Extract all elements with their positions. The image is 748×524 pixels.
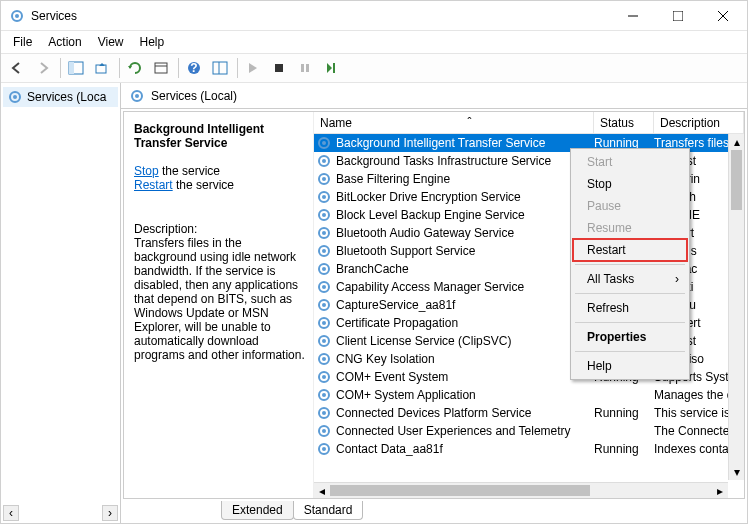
service-name: Client License Service (ClipSVC) xyxy=(336,334,511,348)
ctx-resume[interactable]: Resume xyxy=(573,217,687,239)
svg-point-58 xyxy=(322,447,326,451)
hscroll-right-icon[interactable]: ▸ xyxy=(712,483,728,498)
menu-action[interactable]: Action xyxy=(40,33,89,51)
service-gear-icon xyxy=(316,441,332,457)
svg-point-36 xyxy=(322,249,326,253)
show-hide-tree-button[interactable] xyxy=(64,56,88,80)
service-name: Base Filtering Engine xyxy=(336,172,450,186)
forward-button[interactable] xyxy=(31,56,55,80)
services-app-icon xyxy=(9,8,25,24)
service-name: Block Level Backup Engine Service xyxy=(336,208,525,222)
ctx-all-tasks[interactable]: All Tasks xyxy=(573,268,687,290)
service-row[interactable]: COM+ System ApplicationManages the co xyxy=(314,386,744,404)
ctx-help[interactable]: Help xyxy=(573,355,687,377)
ctx-start[interactable]: Start xyxy=(573,151,687,173)
service-gear-icon xyxy=(316,171,332,187)
service-name: Bluetooth Support Service xyxy=(336,244,475,258)
detail-pane-button[interactable] xyxy=(208,56,232,80)
list-horizontal-scrollbar[interactable]: ◂ ▸ xyxy=(314,482,728,498)
ctx-properties[interactable]: Properties xyxy=(573,326,687,348)
svg-point-38 xyxy=(322,267,326,271)
vscroll-up-icon[interactable]: ▴ xyxy=(729,134,744,150)
close-button[interactable] xyxy=(700,1,745,31)
detail-stop-link[interactable]: Stop xyxy=(134,164,159,178)
restart-service-button[interactable] xyxy=(319,56,343,80)
menu-view[interactable]: View xyxy=(90,33,132,51)
service-gear-icon xyxy=(316,351,332,367)
tree-hscroll-right[interactable]: › xyxy=(102,505,118,521)
service-name: Capability Access Manager Service xyxy=(336,280,524,294)
ctx-stop[interactable]: Stop xyxy=(573,173,687,195)
context-menu: Start Stop Pause Resume Restart All Task… xyxy=(570,148,690,380)
svg-point-1 xyxy=(15,14,19,18)
svg-point-46 xyxy=(322,339,326,343)
hscroll-left-icon[interactable]: ◂ xyxy=(314,483,330,498)
detail-restart-after: the service xyxy=(173,178,234,192)
svg-point-28 xyxy=(322,177,326,181)
svg-rect-18 xyxy=(333,63,335,73)
service-name: COM+ System Application xyxy=(336,388,476,402)
menu-file[interactable]: File xyxy=(5,33,40,51)
svg-point-30 xyxy=(322,195,326,199)
tab-extended[interactable]: Extended xyxy=(221,501,294,520)
service-name: CNG Key Isolation xyxy=(336,352,435,366)
svg-rect-16 xyxy=(301,64,304,72)
svg-rect-7 xyxy=(69,62,74,74)
service-gear-icon xyxy=(316,297,332,313)
vscroll-down-icon[interactable]: ▾ xyxy=(729,464,744,480)
service-row[interactable]: Connected Devices Platform ServiceRunnin… xyxy=(314,404,744,422)
hscroll-thumb[interactable] xyxy=(330,485,590,496)
service-name: Certificate Propagation xyxy=(336,316,458,330)
service-gear-icon xyxy=(316,315,332,331)
service-gear-icon xyxy=(316,261,332,277)
maximize-button[interactable] xyxy=(655,1,700,31)
svg-point-40 xyxy=(322,285,326,289)
service-gear-icon xyxy=(316,387,332,403)
service-gear-icon xyxy=(316,153,332,169)
refresh-button[interactable] xyxy=(123,56,147,80)
svg-rect-17 xyxy=(306,64,309,72)
back-button[interactable] xyxy=(5,56,29,80)
svg-point-50 xyxy=(322,375,326,379)
service-gear-icon xyxy=(316,189,332,205)
tree-hscroll-left[interactable]: ‹ xyxy=(3,505,19,521)
export-list-button[interactable] xyxy=(90,56,114,80)
minimize-button[interactable] xyxy=(610,1,655,31)
svg-point-56 xyxy=(322,429,326,433)
detail-restart-link[interactable]: Restart xyxy=(134,178,173,192)
menu-help[interactable]: Help xyxy=(132,33,173,51)
stop-service-button[interactable] xyxy=(267,56,291,80)
column-header-name[interactable]: Nameˆ xyxy=(314,112,594,133)
service-gear-icon xyxy=(316,207,332,223)
start-service-button[interactable] xyxy=(241,56,265,80)
service-name: Contact Data_aa81f xyxy=(336,442,443,456)
svg-point-42 xyxy=(322,303,326,307)
svg-point-54 xyxy=(322,411,326,415)
service-name: Connected Devices Platform Service xyxy=(336,406,531,420)
pause-service-button[interactable] xyxy=(293,56,317,80)
svg-point-48 xyxy=(322,357,326,361)
svg-point-32 xyxy=(322,213,326,217)
service-status: Running xyxy=(594,442,654,456)
service-row[interactable]: Connected User Experiences and Telemetry… xyxy=(314,422,744,440)
list-vertical-scrollbar[interactable]: ▴ ▾ xyxy=(728,134,744,480)
svg-point-52 xyxy=(322,393,326,397)
tree-root-services-local[interactable]: Services (Loca xyxy=(3,87,118,107)
ctx-restart[interactable]: Restart xyxy=(573,239,687,261)
service-name: CaptureService_aa81f xyxy=(336,298,455,312)
svg-point-20 xyxy=(13,95,17,99)
properties-toolbar-button[interactable] xyxy=(149,56,173,80)
service-row[interactable]: Contact Data_aa81fRunningIndexes contact xyxy=(314,440,744,458)
column-header-description[interactable]: Description xyxy=(654,112,744,133)
service-name: Bluetooth Audio Gateway Service xyxy=(336,226,514,240)
service-name: Background Tasks Infrastructure Service xyxy=(336,154,551,168)
tab-standard[interactable]: Standard xyxy=(293,501,364,520)
help-toolbar-button[interactable]: ? xyxy=(182,56,206,80)
service-gear-icon xyxy=(316,135,332,151)
vscroll-thumb[interactable] xyxy=(731,150,742,210)
ctx-refresh[interactable]: Refresh xyxy=(573,297,687,319)
ctx-pause[interactable]: Pause xyxy=(573,195,687,217)
svg-rect-3 xyxy=(673,11,683,21)
column-header-status[interactable]: Status xyxy=(594,112,654,133)
service-gear-icon xyxy=(316,225,332,241)
